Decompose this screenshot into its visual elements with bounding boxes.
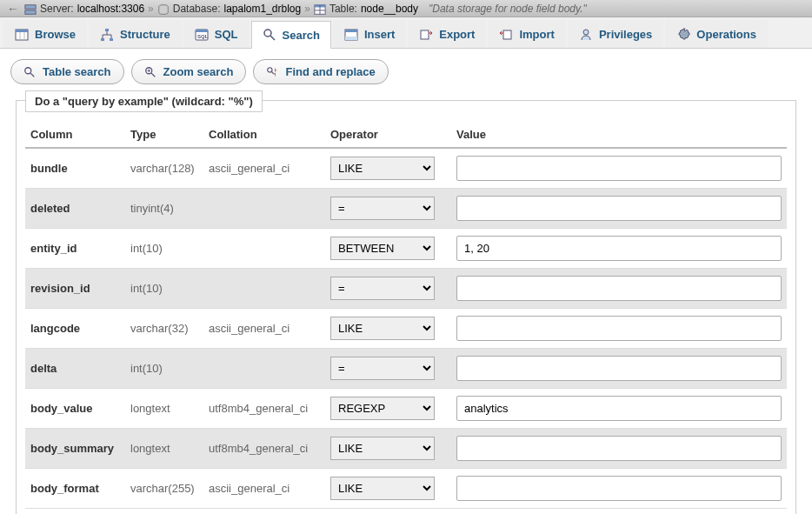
breadcrumb-db-link[interactable]: lapalom1_drblog xyxy=(223,3,301,15)
cell-collation xyxy=(203,189,325,229)
svg-line-18 xyxy=(270,36,275,40)
value-input[interactable] xyxy=(456,476,782,501)
search-icon xyxy=(23,66,36,78)
value-input[interactable] xyxy=(456,436,782,461)
header-column: Column xyxy=(25,122,125,148)
svg-rect-8 xyxy=(16,30,28,32)
breadcrumb-db-label: Database: xyxy=(173,3,221,15)
cell-operator: =>>=<<=!=LIKELIKE %...%NOT LIKEREGEXPBET… xyxy=(325,189,451,229)
value-input[interactable] xyxy=(456,196,782,221)
value-input[interactable] xyxy=(456,396,782,421)
cell-operator: =>>=<<=!=LIKELIKE %...%NOT LIKEREGEXPBET… xyxy=(325,469,451,509)
cell-operator: =>>=<<=!=LIKELIKE %...%NOT LIKEREGEXPBET… xyxy=(325,229,451,269)
tab-privileges[interactable]: Privileges xyxy=(568,20,663,48)
tab-label: SQL xyxy=(215,28,238,41)
cell-type: int(10) xyxy=(125,349,203,389)
back-arrow-icon[interactable]: ← xyxy=(5,2,21,16)
cell-value xyxy=(451,148,787,189)
tab-insert[interactable]: Insert xyxy=(333,20,406,48)
operator-select[interactable]: =>>=<<=!=LIKELIKE %...%NOT LIKEREGEXPBET… xyxy=(330,237,435,260)
value-input[interactable] xyxy=(456,156,782,181)
value-input[interactable] xyxy=(456,236,782,261)
header-value: Value xyxy=(451,122,787,148)
qbe-legend: Do a "query by example" (wildcard: "%") xyxy=(25,90,263,112)
operator-select[interactable]: =>>=<<=!=LIKELIKE %...%NOT LIKEREGEXPBET… xyxy=(330,477,435,500)
tab-label: Operations xyxy=(696,28,756,41)
svg-point-17 xyxy=(264,30,271,37)
tab-label: Insert xyxy=(364,28,395,41)
header-collation: Collation xyxy=(203,122,325,148)
value-input[interactable] xyxy=(456,356,782,381)
tab-label: Import xyxy=(519,28,554,41)
tab-operations[interactable]: Operations xyxy=(665,20,768,48)
breadcrumb: ← Server: localhost:3306 » Database: lap… xyxy=(0,0,812,17)
cell-type: int(10) xyxy=(125,229,203,269)
cell-column: body_format xyxy=(25,469,125,509)
operator-select[interactable]: =>>=<<=!=LIKELIKE %...%NOT LIKEREGEXPBET… xyxy=(330,397,435,420)
browse-icon xyxy=(15,28,29,42)
search-subtabs: Table search Zoom search Find and replac… xyxy=(0,49,812,91)
cell-value xyxy=(451,469,787,509)
cell-collation: utf8mb4_general_ci xyxy=(203,389,325,429)
pill-label: Table search xyxy=(43,65,111,78)
pill-find-replace[interactable]: Find and replace xyxy=(253,59,388,84)
svg-line-30 xyxy=(150,72,154,76)
find-replace-icon xyxy=(266,66,278,78)
operator-select[interactable]: =>>=<<=!=LIKELIKE %...%NOT LIKEREGEXPBET… xyxy=(330,437,435,460)
cell-column: bundle xyxy=(25,148,125,189)
svg-point-24 xyxy=(583,30,589,35)
operator-select[interactable]: =>>=<<=!=LIKELIKE %...%NOT LIKEREGEXPBET… xyxy=(330,157,435,180)
pill-zoom-search[interactable]: Zoom search xyxy=(131,59,247,84)
qbe-fieldset: Do a "query by example" (wildcard: "%") … xyxy=(16,100,796,514)
svg-rect-23 xyxy=(503,30,511,39)
cell-type: longtext xyxy=(125,429,203,469)
tab-export[interactable]: Export xyxy=(408,20,486,48)
tab-label: Privileges xyxy=(599,28,652,41)
tab-sql[interactable]: SQL SQL xyxy=(183,20,250,48)
cell-column: langcode xyxy=(25,309,125,349)
sql-icon: SQL xyxy=(195,28,209,42)
cell-collation: utf8mb4_general_ci xyxy=(203,429,325,469)
cell-operator: =>>=<<=!=LIKELIKE %...%NOT LIKEREGEXPBET… xyxy=(325,429,451,469)
cell-type: varchar(32) xyxy=(125,309,203,349)
svg-rect-15 xyxy=(196,30,208,32)
pill-label: Zoom search xyxy=(163,65,234,78)
cell-value xyxy=(451,349,787,389)
cell-column: revision_id xyxy=(25,269,125,309)
tab-bar: Browse Structure SQL SQL Search Insert E… xyxy=(0,17,812,49)
operator-select[interactable]: =>>=<<=!=LIKELIKE %...%NOT LIKEREGEXPBET… xyxy=(330,317,435,340)
value-input[interactable] xyxy=(456,276,782,301)
breadcrumb-description: "Data storage for node field body." xyxy=(429,3,587,15)
structure-icon xyxy=(100,28,114,42)
breadcrumb-server-link[interactable]: localhost:3306 xyxy=(77,3,144,15)
cell-type: longtext xyxy=(125,389,203,429)
cell-column: entity_id xyxy=(25,229,125,269)
zoom-icon xyxy=(144,66,156,78)
breadcrumb-table-link[interactable]: node__body xyxy=(361,3,418,15)
tab-search[interactable]: Search xyxy=(251,21,331,49)
tab-import[interactable]: Import xyxy=(488,20,565,48)
server-icon xyxy=(24,3,37,14)
cell-collation xyxy=(203,349,325,389)
svg-rect-11 xyxy=(105,29,109,31)
svg-line-26 xyxy=(30,72,34,76)
breadcrumb-server-label: Server: xyxy=(40,3,74,15)
tab-browse[interactable]: Browse xyxy=(3,20,87,48)
cell-value xyxy=(451,189,787,229)
tab-structure[interactable]: Structure xyxy=(89,20,182,48)
breadcrumb-separator: » xyxy=(304,3,310,15)
operator-select[interactable]: =>>=<<=!=LIKELIKE %...%NOT LIKEREGEXPBET… xyxy=(330,277,435,300)
value-input[interactable] xyxy=(456,316,782,341)
import-icon xyxy=(499,28,513,42)
operator-select[interactable]: =>>=<<=!=LIKELIKE %...%NOT LIKEREGEXPBET… xyxy=(330,197,435,220)
cell-collation: ascii_general_ci xyxy=(203,469,325,509)
svg-rect-12 xyxy=(101,38,104,41)
table-row: body_summarylongtextutf8mb4_general_ci=>… xyxy=(25,429,787,469)
operations-icon xyxy=(676,28,690,42)
cell-operator: =>>=<<=!=LIKELIKE %...%NOT LIKEREGEXPBET… xyxy=(325,389,451,429)
operator-select[interactable]: =>>=<<=!=LIKELIKE %...%NOT LIKEREGEXPBET… xyxy=(330,357,435,380)
pill-table-search[interactable]: Table search xyxy=(10,59,124,84)
svg-rect-22 xyxy=(421,30,429,39)
breadcrumb-separator: » xyxy=(148,3,154,15)
tab-label: Browse xyxy=(35,28,76,41)
